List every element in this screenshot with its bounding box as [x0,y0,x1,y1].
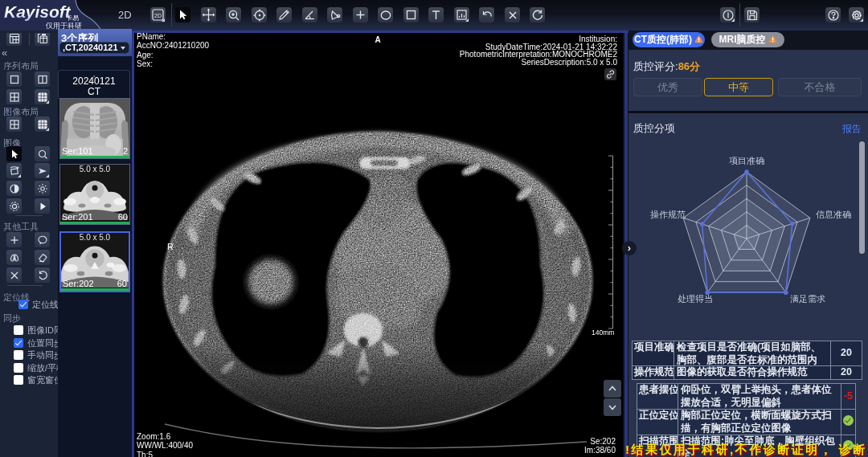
svg-text:2D: 2D [154,13,162,18]
